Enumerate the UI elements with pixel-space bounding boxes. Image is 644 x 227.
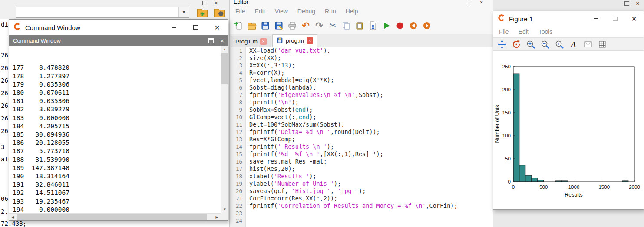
figure-menu-file[interactable]: File [494, 28, 514, 35]
code-row: 8fprintf('\n'); [230, 99, 493, 106]
copy-icon[interactable] [341, 20, 351, 31]
text-icon[interactable]: A [568, 39, 579, 50]
new-script-icon[interactable] [233, 20, 244, 31]
code-line: xlabel('Results '); [246, 173, 316, 180]
folder-settings-icon[interactable] [212, 5, 226, 19]
line-number: 8 [230, 99, 246, 106]
scrollbar-thumb[interactable] [17, 214, 207, 220]
scrollbar-thumb[interactable] [221, 53, 228, 84]
editor-menu-help[interactable]: Help [341, 8, 363, 15]
step-forward-icon[interactable] [422, 20, 432, 31]
save-as-icon[interactable] [274, 20, 284, 31]
close-icon[interactable]: × [636, 1, 640, 6]
x-tick-label: 0 [512, 184, 515, 190]
code-row: 17hist(Res,20); [230, 165, 493, 173]
folder-up-icon[interactable] [195, 5, 209, 19]
output-line: 178 1.277897 [13, 72, 221, 80]
close-tab-icon[interactable]: × [307, 37, 313, 44]
code-row: 1XX=load('dan_vuz.txt'); [230, 47, 493, 54]
line-number: 9 [230, 106, 246, 114]
line-number: 23 [230, 210, 246, 217]
scroll-left-icon[interactable]: ◀ [9, 214, 17, 221]
open-folder-icon[interactable] [247, 20, 257, 31]
code-line [246, 217, 249, 224]
scroll-up-icon[interactable]: ▲ [221, 46, 228, 53]
code-line: fprintf(' Results \n '); [246, 143, 334, 150]
figure-window: Figure 1 × FileEditTools 1 A [493, 11, 644, 210]
code-row: 9SobMax=Sobst(end); [230, 106, 493, 114]
print-icon[interactable] [287, 20, 297, 31]
code-line: X=XX(:,3:13); [246, 62, 295, 69]
redo-icon[interactable]: ↷ [314, 20, 324, 31]
line-number: 13 [230, 136, 246, 143]
stop-icon[interactable] [395, 20, 405, 31]
scroll-right-icon[interactable]: ▶ [213, 214, 221, 221]
histogram-bar [513, 74, 519, 182]
history-combobox[interactable]: ▼ [16, 7, 189, 18]
scroll-down-icon[interactable]: ▼ [221, 206, 228, 213]
envelope-icon[interactable] [582, 39, 594, 50]
rotate-icon[interactable] [510, 39, 522, 50]
close-panel-icon[interactable]: × [220, 37, 224, 44]
horizontal-scrollbar[interactable]: ◀ ▶ [9, 213, 221, 220]
undo-icon[interactable]: ↶ [301, 20, 311, 31]
code-row: 22fprintf('Correlation of Results and Mo… [230, 202, 493, 210]
maximize-button[interactable] [605, 11, 624, 26]
line-number: 17 [230, 165, 246, 173]
run-icon[interactable] [381, 20, 392, 31]
paste-icon[interactable] [354, 20, 365, 31]
editor-menu-debug[interactable]: Debug [293, 8, 320, 15]
close-button[interactable]: × [206, 20, 228, 35]
undock-icon[interactable] [624, 1, 629, 6]
figure-titlebar[interactable]: Figure 1 × [493, 11, 644, 26]
minimize-button[interactable] [586, 11, 605, 26]
cut-icon[interactable]: ✂ [327, 20, 338, 31]
maximize-button[interactable] [185, 20, 206, 35]
line-number: 5 [230, 77, 246, 84]
code-line: fprintf('%d %f \n ',[XX(:,1),Res] '); [246, 150, 383, 158]
zoom-in-icon[interactable] [525, 39, 536, 50]
code-line: fprintf('Correlation of Results and Mone… [246, 202, 458, 210]
figure-toolbar: 1 A [493, 37, 644, 51]
y-tick-label: 100 [502, 133, 511, 138]
figure-menu-edit[interactable]: Edit [514, 28, 534, 35]
pan-icon[interactable] [496, 39, 508, 50]
command-output[interactable]: 177 8.478820178 1.277897179 0.035306180 … [9, 46, 221, 213]
vertical-scrollbar[interactable]: ▲ ▼ [221, 46, 228, 213]
line-number: 19 [230, 180, 246, 187]
command-window-titlebar[interactable]: Command Window × [9, 20, 228, 35]
figure-menu-tools[interactable]: Tools [534, 28, 558, 35]
editor-menu-edit[interactable]: Edit [250, 8, 270, 15]
close-tab-icon[interactable]: × [260, 38, 267, 45]
undock-icon[interactable] [468, 0, 472, 4]
zoom-reset-icon[interactable]: 1 [553, 39, 565, 50]
find-icon[interactable] [368, 20, 378, 31]
minimize-button[interactable] [163, 20, 185, 35]
save-icon[interactable] [260, 20, 271, 31]
close-icon[interactable]: × [479, 0, 483, 5]
tab-progm[interactable]: prog.m × [272, 34, 317, 47]
editor-menu-run[interactable]: Run [320, 8, 341, 15]
x-tick-label: 1000 [568, 184, 580, 190]
code-editor[interactable]: 1XX=load('dan_vuz.txt');2size(XX);3X=XX(… [230, 47, 493, 227]
clipped-text: 3 [1, 144, 4, 150]
code-row: 24 [230, 217, 493, 224]
code-row: 11Delt=100*SobMax/sum(Sobst); [230, 121, 493, 128]
close-button[interactable]: × [624, 11, 644, 26]
undock-icon[interactable] [202, 1, 207, 5]
code-line: [vect,lambda]=eig(X'*X); [246, 77, 334, 84]
step-back-icon[interactable] [408, 20, 419, 31]
editor-menu-file[interactable]: File [231, 8, 250, 15]
output-line: 182 3.039279 [13, 105, 221, 114]
code-line: saveas(gcf, 'Hist.jpg ', 'jpg '); [246, 187, 366, 195]
code-line: hist(Res,20); [246, 165, 295, 173]
zoom-out-icon[interactable] [539, 39, 551, 50]
code-line: fprintf('Eigenvalues:\n %f \n',Sobst); [246, 91, 383, 99]
close-icon[interactable]: × [214, 0, 218, 6]
editor-menu-view[interactable]: View [270, 8, 293, 15]
tab-prog1m[interactable]: Prog1.m × [231, 36, 271, 47]
line-number: 4 [230, 69, 246, 77]
histogram-plot[interactable]: Results Number of Unis 05010015020025005… [493, 51, 644, 209]
grid-icon[interactable] [596, 39, 608, 50]
dock-icon[interactable] [208, 38, 214, 43]
